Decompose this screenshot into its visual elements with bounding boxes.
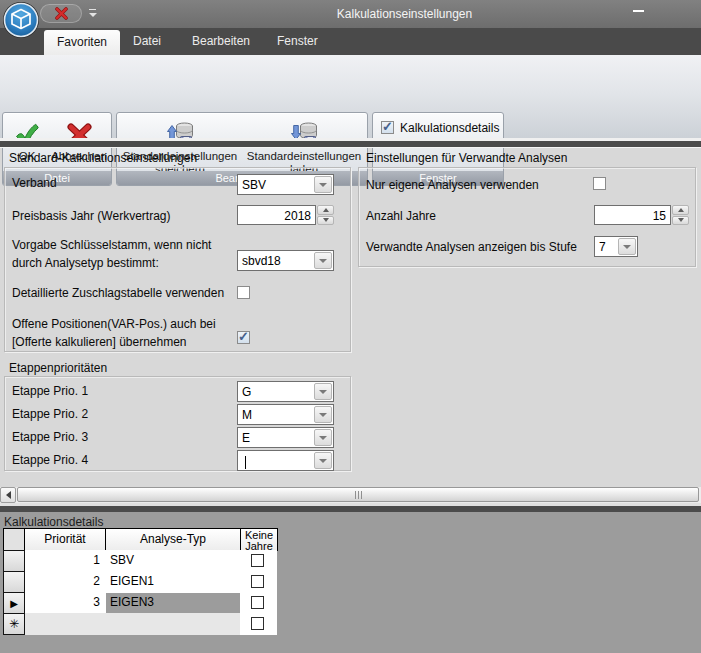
- new-row-icon: ✳: [9, 617, 19, 631]
- cell-prioritaet[interactable]: 1: [24, 553, 100, 567]
- app-icon[interactable]: [2, 1, 40, 39]
- tab-fenster[interactable]: Fenster: [277, 34, 318, 48]
- kalkulationsdetails-checkbox[interactable]: [381, 121, 394, 134]
- column-header-prioritaet[interactable]: Priorität: [24, 528, 106, 551]
- scrollbar-thumb[interactable]: [17, 487, 699, 502]
- kalkulationsdetails-checkbox-label: Kalkulationsdetails: [400, 119, 499, 137]
- minimize-icon: [633, 10, 644, 12]
- cell-prioritaet[interactable]: 3: [24, 595, 100, 609]
- etappe-prio-2-label: Etappe Prio. 2: [12, 405, 88, 423]
- verband-label: Verband: [12, 174, 57, 192]
- stufe-combobox[interactable]: 7: [594, 236, 638, 257]
- horizontal-scrollbar[interactable]: [0, 487, 701, 503]
- etappe-prio-4-combobox[interactable]: [237, 450, 334, 471]
- cell-analyse-typ[interactable]: SBV: [110, 553, 134, 567]
- chevron-down-icon[interactable]: [314, 176, 332, 193]
- row-selector-3-current[interactable]: ▶: [3, 592, 25, 614]
- text-caret: [245, 456, 246, 469]
- vorgabe-label: Vorgabe Schlüsselstamm, wenn nicht durch…: [12, 236, 237, 272]
- stufe-label: Verwandte Analysen anzeigen bis Stufe: [366, 238, 577, 256]
- qat-dropdown-icon[interactable]: [88, 9, 98, 19]
- quick-access-toolbar: [40, 4, 82, 23]
- vorgabe-combobox[interactable]: sbvd18: [237, 250, 334, 271]
- chevron-down-icon[interactable]: [314, 252, 332, 269]
- offene-checkbox[interactable]: [237, 331, 250, 344]
- anzahl-jahre-label: Anzahl Jahre: [366, 207, 436, 225]
- nur-eigene-label: Nur eigene Analysen verwenden: [366, 176, 539, 194]
- tab-datei[interactable]: Datei: [133, 34, 161, 48]
- cell-analyse-typ[interactable]: EIGEN1: [110, 574, 154, 588]
- zuschlag-checkbox[interactable]: [237, 286, 250, 299]
- nur-eigene-checkbox[interactable]: [593, 177, 606, 190]
- tab-bearbeiten[interactable]: Bearbeiten: [192, 34, 250, 48]
- spin-up-icon[interactable]: [672, 205, 689, 215]
- kalkulationseinstellungen-window: Kalkulationseinstellungen: [0, 0, 701, 653]
- kalkulationsdetails-pane: Kalkulationsdetails Priorität Analyse-Ty…: [0, 512, 701, 653]
- standard-group-title: Standard-Kalkulationseinstellungen: [9, 149, 197, 167]
- form-top-highlight: [0, 147, 701, 148]
- chevron-down-icon[interactable]: [314, 429, 332, 446]
- minimize-button[interactable]: [630, 4, 648, 20]
- title-bar: Kalkulationseinstellungen: [0, 0, 701, 28]
- new-row-background: [24, 613, 240, 635]
- pane-title: Kalkulationsdetails: [4, 515, 103, 529]
- keine-jahre-checkbox[interactable]: [251, 554, 264, 567]
- close-icon[interactable]: [55, 7, 68, 20]
- etappe-prio-3-label: Etappe Prio. 3: [12, 428, 88, 446]
- preisbasis-label: Preisbasis Jahr (Werkvertrag): [12, 207, 170, 225]
- spin-up-icon[interactable]: [317, 205, 334, 215]
- chevron-down-icon[interactable]: [314, 452, 332, 469]
- tab-favoriten[interactable]: Favoriten: [44, 30, 120, 55]
- chevron-down-icon[interactable]: [314, 383, 332, 400]
- row-selector-new[interactable]: ✳: [3, 613, 25, 635]
- cell-prioritaet[interactable]: 2: [24, 574, 100, 588]
- etappe-prio-4-label: Etappe Prio. 4: [12, 451, 88, 469]
- row-selector-2[interactable]: [3, 571, 25, 593]
- etappe-prio-1-label: Etappe Prio. 1: [12, 382, 88, 400]
- etappe-prio-1-combobox[interactable]: G: [237, 381, 334, 402]
- keine-jahre-checkbox-new-row[interactable]: [251, 617, 264, 630]
- cell-analyse-typ-selected[interactable]: EIGEN3: [106, 593, 240, 613]
- verband-combobox[interactable]: SBV: [237, 174, 334, 195]
- etappe-prio-3-combobox[interactable]: E: [237, 427, 334, 448]
- ribbon: OK Abbrechen Datei: [0, 55, 701, 138]
- spin-down-icon[interactable]: [317, 216, 334, 226]
- row-selector-1[interactable]: [3, 550, 25, 572]
- etappe-prio-2-combobox[interactable]: M: [237, 404, 334, 425]
- chevron-down-icon[interactable]: [314, 406, 332, 423]
- keine-jahre-checkbox[interactable]: [251, 596, 264, 609]
- offene-label: Offene Positionen(VAR-Pos.) auch bei [Of…: [12, 315, 234, 351]
- scroll-left-arrow-icon[interactable]: [0, 487, 16, 503]
- row-selector-header[interactable]: [3, 528, 25, 551]
- keine-jahre-checkbox[interactable]: [251, 575, 264, 588]
- verwandte-group-title: Einstellungen für Verwandte Analysen: [366, 149, 567, 167]
- zuschlag-label: Detaillierte Zuschlagstabelle verwenden: [12, 284, 224, 302]
- column-header-analyse-typ[interactable]: Analyse-Typ: [105, 528, 241, 551]
- window-title: Kalkulationseinstellungen: [0, 7, 701, 21]
- spin-down-icon[interactable]: [672, 216, 689, 226]
- chevron-down-icon[interactable]: [618, 238, 636, 255]
- column-header-keine-jahre[interactable]: Keine Jahre: [240, 528, 278, 551]
- etappen-group-title: Etappenprioritäten: [9, 359, 107, 377]
- preisbasis-spinner[interactable]: 2018: [237, 205, 334, 225]
- current-row-icon: ▶: [10, 598, 18, 609]
- anzahl-jahre-spinner[interactable]: 15: [594, 205, 689, 225]
